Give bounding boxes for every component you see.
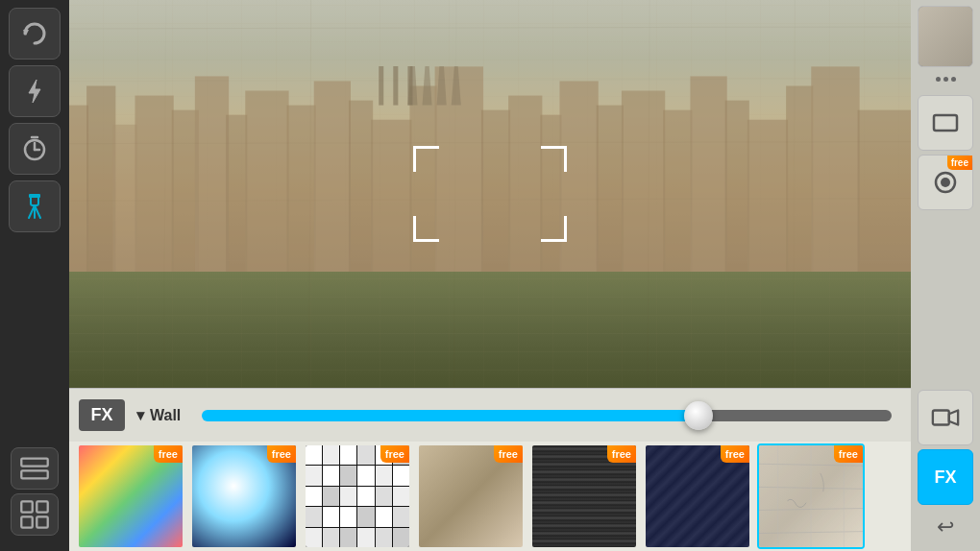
back-icon: ↩ bbox=[937, 515, 954, 539]
svg-rect-14 bbox=[21, 516, 32, 527]
fx-slider-container bbox=[202, 402, 892, 429]
menu-dot bbox=[936, 77, 941, 82]
free-badge: free bbox=[721, 445, 749, 463]
svg-line-51 bbox=[69, 79, 911, 82]
svg-point-68 bbox=[941, 178, 950, 187]
refresh-button[interactable] bbox=[9, 8, 61, 60]
effect-name: Wall bbox=[150, 407, 181, 424]
filter-dark-fabric[interactable]: free bbox=[644, 443, 751, 549]
svg-rect-66 bbox=[934, 115, 957, 131]
svg-line-50 bbox=[69, 27, 911, 29]
focus-bracket bbox=[413, 146, 567, 242]
record-free-button[interactable]: free bbox=[918, 155, 973, 210]
free-badge: free bbox=[834, 445, 863, 463]
free-badge: free bbox=[607, 445, 636, 463]
slider-track bbox=[202, 410, 892, 421]
fx-controls: FX ▾ Wall bbox=[69, 388, 911, 442]
free-badge: free bbox=[380, 445, 409, 463]
free-badge: free bbox=[494, 445, 523, 463]
back-button[interactable]: ↩ bbox=[937, 509, 954, 545]
menu-dot bbox=[951, 77, 956, 82]
slider-thumb[interactable] bbox=[684, 401, 713, 430]
more-options-menu[interactable] bbox=[936, 71, 956, 87]
svg-line-52 bbox=[69, 142, 911, 144]
fx-button-label: FX bbox=[934, 467, 956, 488]
fx-active-button[interactable]: FX bbox=[918, 449, 973, 505]
filter-aged[interactable]: free bbox=[417, 443, 525, 549]
free-badge: free bbox=[267, 445, 296, 463]
main-content: FX ▾ Wall free free bbox=[69, 0, 911, 551]
aspect-ratio-button[interactable] bbox=[918, 95, 973, 151]
svg-rect-69 bbox=[933, 411, 949, 425]
svg-rect-10 bbox=[21, 459, 47, 467]
svg-line-57 bbox=[648, 0, 649, 388]
svg-rect-6 bbox=[29, 194, 40, 198]
timer-button[interactable] bbox=[9, 123, 61, 175]
tripod-button[interactable] bbox=[9, 180, 61, 232]
chevron-down-icon: ▾ bbox=[136, 406, 144, 424]
svg-rect-12 bbox=[21, 501, 32, 512]
left-toolbar bbox=[0, 0, 69, 551]
fx-label[interactable]: FX bbox=[79, 399, 125, 431]
city-scene-bg bbox=[69, 0, 911, 388]
svg-rect-13 bbox=[37, 501, 47, 512]
filter-color-rainbow[interactable]: free bbox=[77, 443, 184, 549]
filter-light-leak[interactable]: free bbox=[190, 443, 298, 549]
svg-marker-70 bbox=[949, 411, 958, 425]
svg-line-58 bbox=[793, 0, 795, 388]
effect-selector[interactable]: ▾ Wall bbox=[136, 406, 181, 424]
filter-strip: free free free free bbox=[69, 442, 911, 551]
grid-button[interactable] bbox=[11, 493, 59, 536]
lightning-button[interactable] bbox=[9, 65, 61, 117]
svg-rect-15 bbox=[37, 516, 47, 527]
thumbnail-preview-button[interactable] bbox=[918, 6, 973, 67]
video-camera-button[interactable] bbox=[918, 390, 973, 445]
camera-preview[interactable] bbox=[69, 0, 911, 388]
svg-line-54 bbox=[164, 0, 166, 388]
layers-button[interactable] bbox=[11, 447, 59, 490]
free-badge-record: free bbox=[947, 156, 972, 170]
free-badge: free bbox=[154, 445, 183, 463]
svg-rect-11 bbox=[21, 470, 47, 478]
right-panel: free FX ↩ bbox=[911, 0, 980, 551]
bottom-panel: FX ▾ Wall free free bbox=[69, 388, 911, 551]
svg-line-55 bbox=[309, 0, 311, 388]
menu-dot bbox=[943, 77, 948, 82]
filter-wall[interactable]: free bbox=[757, 443, 865, 549]
filter-pixelate[interactable]: free bbox=[304, 443, 411, 549]
filter-stripes[interactable]: free bbox=[530, 443, 638, 549]
